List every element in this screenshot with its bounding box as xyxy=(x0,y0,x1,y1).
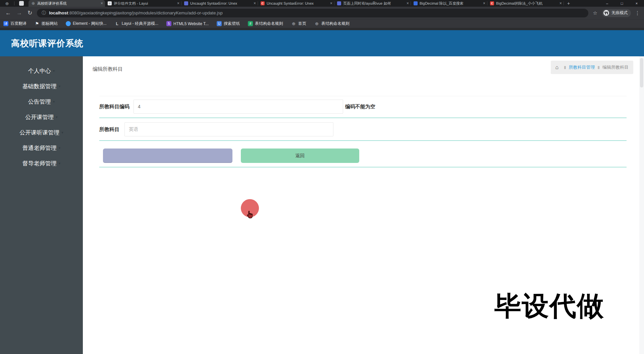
chevron-down-icon: ▾ xyxy=(53,100,55,104)
browser-tab[interactable]: BigDecimal 除以_百度搜索 × xyxy=(411,0,487,7)
main-content: ⌂ Ⅱ 所教科目管理 Ⅱ 编辑所教科目 编辑所教科目 所教科目编码 编码不能为空… xyxy=(83,56,644,354)
sidebar-item[interactable]: 公开课听课管理 ▾ xyxy=(0,126,83,139)
sidebar-item[interactable]: 基础数据管理 ▾ xyxy=(0,80,83,93)
bookmark-item[interactable]: ⊕ 表结构命名规则 xyxy=(314,21,350,26)
bookmarks-bar: 译 百度翻译 ⚑ 图标网站 Element - 网站快... L Layui -… xyxy=(0,19,644,28)
tab-close-icon[interactable]: × xyxy=(330,1,332,6)
scrollbar-thumb[interactable] xyxy=(640,58,643,87)
bookmark-favicon: ⊕ xyxy=(314,21,319,26)
bookmark-item[interactable]: ⚑ 图标网站 xyxy=(35,21,58,26)
tab-favicon: ≡ xyxy=(108,1,112,5)
chevron-down-icon: ▾ xyxy=(59,146,61,150)
subject-code-input[interactable] xyxy=(133,100,343,114)
browser-tab[interactable]: ≡ 评分组件文档 - Layui × xyxy=(105,0,181,7)
chevron-down-icon: ▾ xyxy=(59,84,61,88)
bookmark-label: Element - 网站快... xyxy=(73,21,107,26)
browser-tab-strip: ⊕ ⊕ 高校听课评价系统 × ≡ 评分组件文档 - Layui × Uncaug… xyxy=(0,0,644,7)
sidebar-item-label: 个人中心 xyxy=(28,67,51,75)
edit-subject-form: 所教科目编码 编码不能为空 所教科目 返回 xyxy=(99,96,627,167)
sidebar-item[interactable]: 公告管理 ▾ xyxy=(0,95,83,108)
url-host: localhost xyxy=(49,10,68,15)
sidebar-item[interactable]: 督导老师管理 ▾ xyxy=(0,157,83,170)
watermark-text: 毕设代做 xyxy=(494,288,604,324)
tab-close-icon[interactable]: × xyxy=(101,1,103,6)
tab-close-icon[interactable]: × xyxy=(254,1,256,6)
tab-close-icon[interactable]: × xyxy=(407,1,409,6)
bookmark-item[interactable]: ⊕ 首页 xyxy=(291,21,306,26)
breadcrumb: ⌂ Ⅱ 所教科目管理 Ⅱ 编辑所教科目 xyxy=(551,61,633,74)
subject-name-input[interactable] xyxy=(124,122,333,136)
tab-close-icon[interactable]: × xyxy=(559,1,562,6)
address-bar[interactable]: ⓘ localhost:8080/gaoxiaotingkepingjiaxit… xyxy=(37,9,588,17)
form-row-subject: 所教科目 xyxy=(99,122,627,136)
breadcrumb-section-link[interactable]: 所教科目管理 xyxy=(569,64,595,70)
tab-favicon xyxy=(414,1,418,5)
site-info-icon[interactable]: ⓘ xyxy=(42,10,46,16)
sidebar-item[interactable]: 普通老师管理 ▾ xyxy=(0,141,83,154)
sidebar-item-label: 公开课听课管理 xyxy=(19,129,59,136)
tab-title: Uncaught SyntaxError: Unex xyxy=(190,1,252,5)
back-button[interactable]: ← xyxy=(5,10,11,16)
tab-close-icon[interactable]: × xyxy=(177,1,179,6)
chevron-down-icon: ▾ xyxy=(59,161,61,166)
window-controls: – □ × xyxy=(600,0,644,7)
sidebar-item[interactable]: 个人中心 ▾ xyxy=(0,64,83,77)
subject-name-label: 所教科目 xyxy=(99,126,119,133)
scrollbar[interactable] xyxy=(639,56,644,354)
breadcrumb-current: 编辑所教科目 xyxy=(602,64,629,70)
tab-close-icon[interactable]: × xyxy=(483,1,485,6)
tab-search-icon[interactable] xyxy=(19,1,24,6)
tab-favicon: C xyxy=(490,1,494,5)
bookmark-favicon xyxy=(66,21,71,26)
sidebar-item-label: 督导老师管理 xyxy=(22,160,57,167)
window-minimize-button[interactable]: – xyxy=(600,0,614,7)
incognito-icon xyxy=(603,10,609,16)
bookmark-favicon: 5 xyxy=(166,21,171,26)
bookmark-favicon: ⚑ xyxy=(35,21,40,26)
tab-favicon xyxy=(337,1,341,5)
app-header: 高校听课评价系统 xyxy=(0,30,644,56)
chevron-down-icon: ▾ xyxy=(56,115,58,119)
form-buttons-row: 返回 xyxy=(99,149,627,163)
forward-button[interactable]: → xyxy=(16,10,22,16)
bookmark-label: 搜索壁纸 xyxy=(224,21,240,26)
browser-tab[interactable]: 页面上同时有layui和vue 如何 × xyxy=(334,0,411,7)
click-ripple xyxy=(241,199,259,217)
breadcrumb-separator: Ⅱ xyxy=(598,65,600,70)
incognito-label: 无痕模式 xyxy=(611,10,628,16)
bookmark-item[interactable]: Element - 网站快... xyxy=(66,21,107,26)
sidebar-item-label: 普通老师管理 xyxy=(22,144,57,152)
bookmark-item[interactable]: 5 HTML5 Website T... xyxy=(166,21,209,26)
sidebar-item-label: 公开课管理 xyxy=(25,113,54,121)
browser-tab[interactable]: Uncaught SyntaxError: Unex × xyxy=(181,0,258,7)
refresh-button[interactable]: ↻ xyxy=(28,9,32,16)
browser-tab[interactable]: C Uncaught SyntaxError: Unex × xyxy=(258,0,334,7)
bookmark-item[interactable]: L Layui - 经典开源模... xyxy=(115,21,158,26)
bookmark-item[interactable]: # 表结构命名规则 xyxy=(248,21,283,26)
chevron-down-icon: ▾ xyxy=(53,69,55,73)
bookmark-star-icon[interactable]: ☆ xyxy=(593,10,597,16)
bookmark-label: 图标网站 xyxy=(42,21,58,26)
tab-favicon: C xyxy=(261,1,265,5)
window-close-button[interactable]: × xyxy=(629,0,644,7)
sidebar-item[interactable]: 公开课管理 ▾ xyxy=(0,111,83,123)
window-maximize-button[interactable]: □ xyxy=(614,0,629,7)
bookmark-item[interactable]: U 搜索壁纸 xyxy=(217,21,240,26)
url-text[interactable]: localhost:8080/gaoxiaotingkepingjiaxiton… xyxy=(49,10,222,15)
browser-toolbar: ← → ↻ ⓘ localhost:8080/gaoxiaotingkeping… xyxy=(0,7,644,19)
browser-logo-icon[interactable]: ⊕ xyxy=(4,0,10,6)
browser-tab[interactable]: ⊕ 高校听课评价系统 × xyxy=(29,0,105,7)
tab-title: 评分组件文档 - Layui xyxy=(114,1,176,6)
browser-tab[interactable]: C BigDecimal的除法_小小飞机 × xyxy=(487,0,564,7)
tab-title: 页面上同时有layui和vue 如何 xyxy=(343,1,405,6)
page-top-gap xyxy=(0,28,644,30)
bookmark-label: 百度翻译 xyxy=(10,21,26,26)
home-icon[interactable]: ⌂ xyxy=(555,64,559,70)
bookmark-item[interactable]: 译 百度翻译 xyxy=(3,21,26,26)
submit-button[interactable] xyxy=(103,149,232,163)
new-tab-button[interactable]: + xyxy=(567,1,570,6)
bookmark-label: HTML5 Website T... xyxy=(173,21,209,26)
back-to-list-button[interactable]: 返回 xyxy=(241,149,359,163)
browser-menu-icon[interactable]: ⋮ xyxy=(635,10,640,16)
sidebar-item-label: 公告管理 xyxy=(28,98,51,106)
